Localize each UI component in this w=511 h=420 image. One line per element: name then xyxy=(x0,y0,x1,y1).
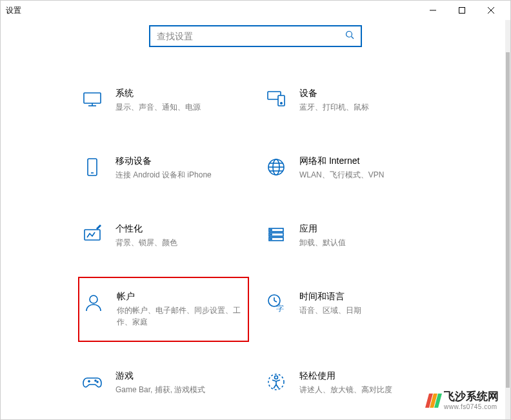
tile-mobile[interactable]: 移动设备 连接 Android 设备和 iPhone xyxy=(78,150,249,186)
watermark-url: www.fs0745.com xyxy=(444,403,499,410)
personalization-icon xyxy=(81,223,104,246)
tile-subtitle: 显示、声音、通知、电源 xyxy=(115,101,246,113)
tile-title: 应用 xyxy=(299,223,430,235)
tile-title: 设备 xyxy=(299,88,430,99)
tile-apps[interactable]: 应用 卸载、默认值 xyxy=(262,218,433,254)
ease-of-access-icon xyxy=(265,370,288,394)
search-icon xyxy=(345,30,354,42)
tile-subtitle: 连接 Android 设备和 iPhone xyxy=(115,169,246,181)
tile-network[interactable]: 网络和 Internet WLAN、飞行模式、VPN xyxy=(262,150,433,186)
tile-time-language[interactable]: 字 时间和语言 语音、区域、日期 xyxy=(262,286,433,333)
mobile-icon xyxy=(81,155,104,179)
tile-title: 轻松使用 xyxy=(299,370,430,382)
maximize-button[interactable] xyxy=(447,1,476,20)
tile-subtitle: 蓝牙、打印机、鼠标 xyxy=(299,101,430,113)
tile-title: 网络和 Internet xyxy=(299,155,430,167)
tile-subtitle: WLAN、飞行模式、VPN xyxy=(299,169,430,181)
system-icon xyxy=(81,88,104,111)
tile-subtitle: 你的帐户、电子邮件、同步设置、工作、家庭 xyxy=(117,305,245,328)
svg-rect-24 xyxy=(270,234,272,235)
svg-rect-19 xyxy=(85,230,100,240)
tile-accounts[interactable]: 帐户 你的帐户、电子邮件、同步设置、工作、家庭 xyxy=(78,277,249,342)
svg-text:字: 字 xyxy=(276,304,284,313)
close-button[interactable] xyxy=(476,1,505,20)
svg-point-33 xyxy=(95,380,96,381)
tile-subtitle: 讲述人、放大镜、高对比度 xyxy=(299,384,430,395)
settings-grid: 系统 显示、声音、通知、电源 设备 蓝牙、打印机、鼠标 移动设备 连接 Andr… xyxy=(78,83,433,401)
tile-title: 游戏 xyxy=(115,370,246,382)
svg-point-26 xyxy=(90,295,97,303)
svg-rect-1 xyxy=(459,8,465,14)
tile-ease-of-access[interactable]: 轻松使用 讲述人、放大镜、高对比度 xyxy=(262,365,433,401)
watermark: 飞沙系统网 www.fs0745.com xyxy=(427,391,499,410)
svg-point-36 xyxy=(275,376,278,379)
svg-line-29 xyxy=(274,301,277,302)
network-icon xyxy=(265,155,288,179)
tile-system[interactable]: 系统 显示、声音、通知、电源 xyxy=(78,83,249,118)
time-language-icon: 字 xyxy=(265,291,288,314)
apps-icon xyxy=(265,223,288,246)
devices-icon xyxy=(265,88,288,111)
svg-point-11 xyxy=(281,103,282,104)
tile-devices[interactable]: 设备 蓝牙、打印机、鼠标 xyxy=(262,83,433,118)
search-box[interactable] xyxy=(149,25,362,47)
tile-subtitle: 语音、区域、日期 xyxy=(299,305,430,316)
svg-rect-23 xyxy=(270,230,272,230)
tile-gaming[interactable]: 游戏 Game Bar, 捕获, 游戏模式 xyxy=(78,365,249,401)
window-title: 设置 xyxy=(6,5,21,16)
tile-personalization[interactable]: 个性化 背景、锁屏、颜色 xyxy=(78,218,249,254)
tile-title: 系统 xyxy=(115,88,246,99)
search-input[interactable] xyxy=(157,31,345,41)
accounts-icon xyxy=(82,291,105,314)
tile-title: 帐户 xyxy=(117,291,245,303)
svg-point-34 xyxy=(97,381,98,383)
titlebar: 设置 xyxy=(1,1,510,20)
scrollbar[interactable] xyxy=(505,20,510,419)
tile-subtitle: 背景、锁屏、颜色 xyxy=(115,237,246,248)
watermark-logo xyxy=(427,394,440,408)
minimize-button[interactable] xyxy=(418,1,447,20)
tile-subtitle: Game Bar, 捕获, 游戏模式 xyxy=(115,384,246,395)
svg-rect-6 xyxy=(84,93,101,103)
tile-title: 时间和语言 xyxy=(299,291,430,303)
tile-title: 移动设备 xyxy=(115,155,246,167)
svg-rect-25 xyxy=(270,239,272,239)
svg-line-5 xyxy=(352,37,354,39)
tile-subtitle: 卸载、默认值 xyxy=(299,237,430,248)
scrollbar-thumb[interactable] xyxy=(506,52,510,388)
svg-point-4 xyxy=(346,32,352,37)
gaming-icon xyxy=(81,370,104,394)
watermark-name: 飞沙系统网 xyxy=(444,391,499,403)
tile-title: 个性化 xyxy=(115,223,246,235)
